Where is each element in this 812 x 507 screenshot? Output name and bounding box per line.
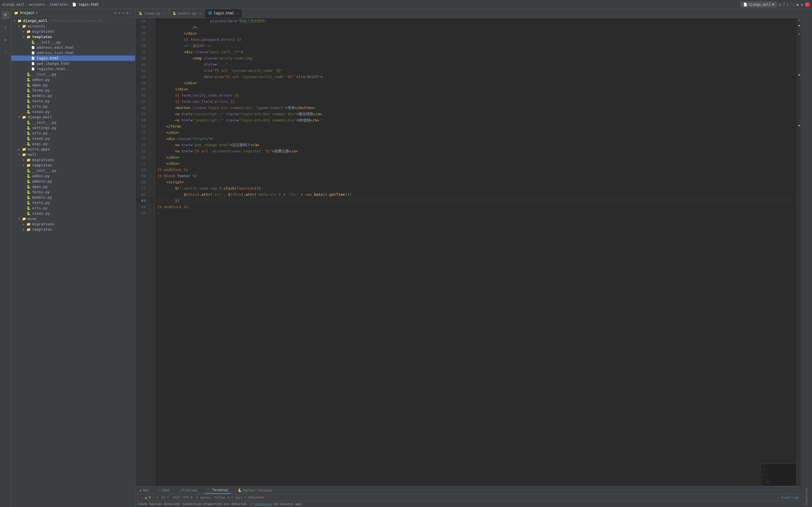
tree-item-migrations-mall[interactable]: ▶ 📁 migrations [11,157,135,163]
tree-item-views-dm[interactable]: ▶ 🐍 views.py [11,136,135,141]
tab-models-py-close[interactable]: ✕ [199,12,201,15]
sync-icon[interactable]: ↻ [779,2,781,7]
close-icon[interactable]: 🔴 [805,2,810,7]
panel-tab-python-console[interactable]: 🐍 Python Console [236,487,274,494]
tree-item-django-mall-root[interactable]: ▼ 📁 django_mall ~/Documents/Django/djang… [11,18,135,23]
tree-item-templates-acc[interactable]: ▼ 📁 templates [11,34,135,40]
tree-item-views-mall[interactable]: ▶ 🐍 views.py [11,211,135,216]
tree-item-mine[interactable]: ▼ 📁 mine [11,216,135,221]
tree-item-admin-mall[interactable]: ▶ 🐍 admin.py [11,173,135,179]
tree-item-admin-acc[interactable]: ▶ 🐍 admin.py [11,77,135,82]
tree-item-adminx-mall[interactable]: ▶ 🐍 adminx.py [11,179,135,184]
code-line-38: <!--验证码--> [157,43,797,49]
warning-mark-3 [799,125,800,126]
terminal-icon: ⬛ [207,488,211,492]
tab-views-py[interactable]: 🐍 views.py ✕ [135,9,169,18]
code-line-44: </div> [157,80,797,86]
tree-item-apps-mall[interactable]: ▶ 🐍 apps.py [11,184,135,189]
tree-item-extra-apps[interactable]: ▶ 📁 extra_apps [11,147,135,152]
build-icon[interactable]: ⬛ [790,2,795,7]
breadcrumb-accounts[interactable]: accounts [29,3,45,6]
tree-item-address-list[interactable]: ▶ 📄 address_list.html [11,50,135,55]
code-line-60: <script> [157,179,797,185]
sidebar-tree: ▼ 📁 django_mall ~/Documents/Django/djang… [11,17,135,507]
breadcrumb-login-html[interactable]: 📄 login.html [72,3,99,6]
new-file-icon[interactable]: ⊕ [114,11,117,15]
code-line-54: <a href="pwd_change.html">忘记密码？</a> [157,142,797,148]
close-sidebar-icon[interactable]: — [130,11,132,15]
tab-login-html-close[interactable]: ✕ [237,11,239,15]
tree-item-init-acc[interactable]: ▶ 🐍 __init__.py [11,71,135,77]
panel-tab-todo[interactable]: ☐ TODO [156,487,172,494]
tree-item-models-acc[interactable]: ▶ 🐍 models.py [11,93,135,98]
expand-icon[interactable]: ↕ [122,11,124,15]
tree-item-settings[interactable]: ▶ 🐍 settings.py [11,125,135,130]
event-log[interactable]: ⚡ Event Log [778,496,799,499]
code-line-49: <a href="javascript:;" class="login-oth-… [157,111,797,117]
tree-item-mall[interactable]: ▼ 📁 mall [11,152,135,157]
notif-text: Data Sources Detected: Connection proper… [140,502,254,506]
tree-item-pwd-change[interactable]: ▶ 📄 pwd_change.html [11,61,135,66]
notif-configure-link[interactable]: Configure [255,502,272,506]
tree-item-templates-mall[interactable]: ▶ 📁 templates [11,163,135,168]
up-icon[interactable]: ⤴ [783,2,785,7]
structure-icon[interactable]: S [2,24,10,32]
project-icon[interactable]: P [2,11,10,19]
tab-models-py[interactable]: 🐍 models.py ✕ [169,9,205,18]
code-line-36: </div> [157,31,797,37]
tree-item-models-mall[interactable]: ▶ 🐍 models.py [11,194,135,200]
tree-item-migrations-acc[interactable]: ▶ 📁 migrations [11,29,135,34]
tree-item-migrations-mine[interactable]: ▶ 📁 migrations [11,221,135,227]
tree-item-forms-acc[interactable]: ▶ 🐍 forms.py [11,88,135,93]
tree-item-django-mall-pkg[interactable]: ▼ 📁 django_mall [11,114,135,120]
tree-item-urls-dm[interactable]: ▶ 🐍 urls.py [11,130,135,136]
breadcrumb-django-mall[interactable]: django_mall [2,3,24,6]
sidebar-title: 📁 Project ▼ [14,11,38,15]
top-bar-right: 📄 django_mall ▼ ↻ ⤴ ⤵ ⬛ ▶ ≡ 🔴 [741,2,810,7]
tree-item-login-html[interactable]: ▶ 📄 login.html [11,55,135,61]
run-config-icon[interactable]: ▶ [797,2,799,7]
tab-views-py-close[interactable]: ✕ [163,12,165,15]
tree-item-apps-acc[interactable]: ▶ 🐍 apps.py [11,82,135,88]
code-line-35: /> [157,24,797,31]
favorites-label[interactable]: Favorites [805,488,808,505]
tree-item-urls-mall[interactable]: ▶ 🐍 urls.py [11,205,135,211]
tree-item-init-dm[interactable]: ▶ 🐍 __init__.py [11,120,135,125]
down-icon[interactable]: ⤵ [786,2,789,7]
sidebar: 📁 Project ▼ ⊕ ≡ ↕ ⚙ — ▼ 📁 django_mall ~/… [11,9,135,507]
code-line-52: </div> [157,129,797,136]
tree-item-accounts[interactable]: ▼ 📁 accounts [11,23,135,29]
panel-tab-terminal[interactable]: ⬛ Terminal [205,487,231,494]
tree-item-tests-acc[interactable]: ▶ 🐍 tests.py [11,98,135,104]
favorites-bar: Favorites [801,9,812,507]
sidebar-header: 📁 Project ▼ ⊕ ≡ ↕ ⚙ — [11,9,135,17]
collapse-all-icon[interactable]: ≡ [118,11,121,15]
error-mark [799,19,800,21]
tree-item-tests-mall[interactable]: ▶ 🐍 tests.py [11,200,135,205]
code-line-63: }) [157,198,797,204]
tree-item-views-acc[interactable]: ▶ 🐍 views.py [11,109,135,114]
warning-mark-2 [799,74,800,75]
tree-item-init-mall[interactable]: ▶ 🐍 __init__.py [11,168,135,173]
settings-icon[interactable]: ⚙ [126,11,128,15]
tree-item-init-tmpl[interactable]: ▶ 🐍 __init__.py [11,40,135,45]
tree-item-templates-mine[interactable]: ▶ 📁 templates [11,227,135,232]
sci-view-icon[interactable]: ⊞ [2,36,10,44]
panel-tab-problems[interactable]: ⚠ Problems [176,487,200,494]
code-line-57: </div> [157,161,797,167]
code-content[interactable]: placeholder="请输入您的密码" /> </div> {{ form.… [155,18,797,486]
tree-item-address-edit[interactable]: ▶ 📄 address_edit.html [11,45,135,50]
code-editor[interactable]: 34 35 36 37 38 39 40 41 42 43 44 45 46 4… [135,18,801,486]
menu-icon[interactable]: ≡ [801,2,803,7]
tree-item-forms-mall[interactable]: ▶ 🐍 forms.py [11,189,135,194]
database-icon[interactable]: ⬡ [2,48,10,56]
panel-tab-run[interactable]: ▶ Run [138,487,151,494]
project-selector[interactable]: 📄 django_mall ▼ [741,2,777,7]
tree-item-urls-acc[interactable]: ▶ 🐍 urls.py [11,104,135,109]
tab-login-html[interactable]: 🌐 login.html ✕ [205,9,242,18]
python-icon: 🐍 [238,489,242,492]
tree-item-register[interactable]: ▶ 📄 register.html [11,66,135,71]
notification-bar: ℹ Data Sources Detected: Connection prop… [135,501,801,507]
tree-item-wsgi[interactable]: ▶ 🐍 wsgi.py [11,141,135,147]
breadcrumb-templates[interactable]: templates [50,3,68,6]
